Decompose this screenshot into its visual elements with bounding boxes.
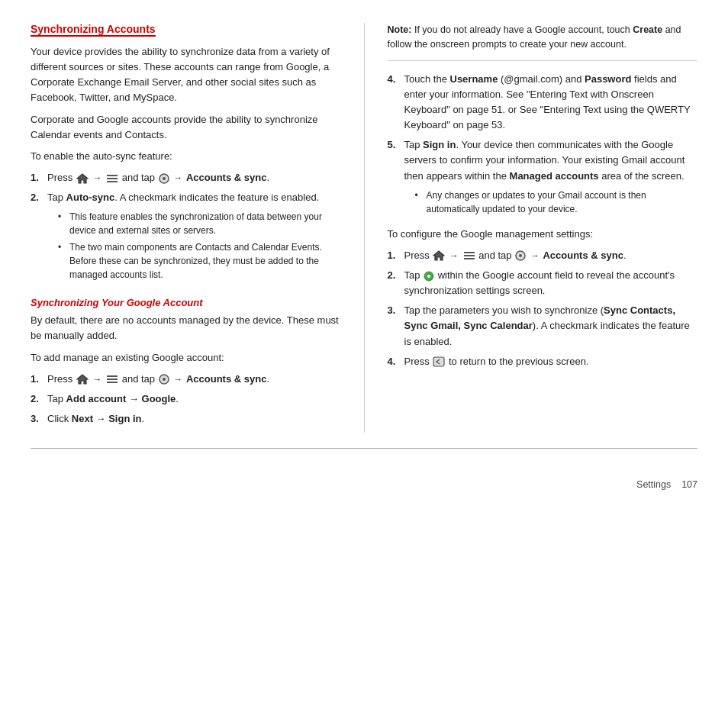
configure-steps-list: 1. Press → [388,248,698,369]
arrow-2: → [173,172,182,183]
accounts-sync-bold: Accounts & sync [186,172,266,183]
home-icon [76,173,89,184]
auto-sync-step-2: 2. Tap Auto-sync. A checkmark indicates … [31,190,341,286]
svg-rect-2 [107,181,118,182]
step5-bullet: Any changes or updates to your Gmail acc… [415,188,698,216]
back-icon [433,356,445,367]
page-footer: Settings 107 [31,479,697,490]
circle-icon-3 [515,250,526,261]
step-num: 3. [388,303,400,349]
sub-section-title: Synchronizing Your Google Account [31,297,341,308]
svg-rect-12 [464,258,475,259]
menu-icon-2 [106,374,118,385]
google-step-3-content: Click Next → Sign in. [47,411,144,427]
right-steps-list: 4. Touch the Username (@gmail.com) and P… [388,72,698,221]
svg-rect-7 [107,382,118,383]
step-num: 2. [31,391,43,407]
auto-sync-bold: Auto-sync [66,192,115,203]
auto-sync-intro: To enable the auto-sync feature: [31,149,341,164]
menu-icon-3 [463,250,475,261]
home-icon-3 [433,250,445,261]
next-signin-bold: Next → Sign in [72,413,142,424]
right-step-4-content: Touch the Username (@gmail.com) and Pass… [404,72,698,134]
sub-intro-p1: By default, there are no accounts manage… [31,313,341,343]
auto-sync-step-1: 1. Press → [31,170,341,185]
configure-step-1: 1. Press → [388,248,698,263]
accounts-sync-bold-3: Accounts & sync [543,250,623,261]
svg-point-16 [427,275,430,278]
configure-step-3-content: Tap the parameters you wish to synchroni… [404,303,698,349]
right-step-5-content: Tap Sign in. Your device then communicat… [404,137,698,220]
svg-rect-6 [107,378,118,380]
step-num: 3. [31,411,43,427]
step-num: 4. [388,72,400,134]
svg-point-9 [163,378,166,381]
configure-step-2: 2. Tap within the Google account field t… [388,268,698,298]
page-layout: Synchronizing Accounts Your device provi… [31,23,697,433]
svg-rect-0 [107,175,118,176]
green-circle-icon [424,271,434,282]
svg-point-4 [163,177,166,180]
auto-sync-bullets: This feature enables the synchronization… [58,210,341,282]
circle-icon [159,173,169,184]
add-account-bold: Add account → Google [66,393,176,404]
menu-icon [106,173,118,184]
configure-step-4-content: Press to return to the previous screen. [404,354,589,369]
configure-step-2-content: Tap within the Google account field to r… [404,268,698,298]
step-num: 1. [31,372,43,387]
username-bold: Username [450,73,498,85]
arrow-1: → [92,172,101,183]
svg-rect-11 [464,255,475,256]
intro-p1: Your device provides the ability to sync… [31,44,341,106]
google-step-3: 3. Click Next → Sign in. [31,411,341,427]
configure-intro: To configure the Google management setti… [388,227,698,242]
svg-rect-5 [107,375,118,377]
footer-divider [31,448,697,449]
google-step-1: 1. Press → [31,372,341,387]
note-label: Note: [388,24,412,35]
auto-sync-list: 1. Press → [31,170,341,286]
right-column: Note: If you do not already have a Googl… [364,23,698,433]
note-text: If you do not already have a Google acco… [411,24,633,35]
arrow-3: → [92,374,101,385]
google-step-1-content: Press → and tap [47,372,269,387]
sub-intro-p2: To add manage an existing Google account… [31,350,341,366]
password-bold: Password [585,73,631,85]
step-num: 1. [388,248,400,263]
footer-text: Settings [636,479,671,490]
accounts-sync-bold-2: Accounts & sync [186,373,266,385]
bullet-2: The two main components are Contacts and… [58,240,341,282]
step-num: 2. [31,190,43,286]
sync-params-bold: Sync Contacts, Sync Gmail, Sync Calendar [404,304,676,331]
arrow-5: → [449,250,459,261]
step-num: 4. [388,354,400,369]
google-step-2-content: Tap Add account → Google. [47,391,179,407]
note-bold: Create [633,24,662,35]
arrow-6: → [530,250,540,261]
step-num: 2. [388,268,400,298]
section-title: Synchronizing Accounts [31,23,156,37]
step-num: 5. [388,137,400,220]
bullet-1: This feature enables the synchronization… [58,210,341,237]
right-step-4: 4. Touch the Username (@gmail.com) and P… [388,72,698,134]
sign-in-bold: Sign in [423,139,456,150]
step-2-content: Tap Auto-sync. A checkmark indicates the… [47,190,341,286]
svg-rect-1 [107,178,118,179]
configure-step-4: 4. Press to return to the previous scree… [388,354,698,369]
configure-step-1-content: Press → and tap [404,248,627,263]
svg-point-14 [519,254,522,257]
svg-rect-17 [433,357,444,366]
managed-accounts-bold: Managed accounts [510,170,599,182]
intro-p2: Corporate and Google accounts provide th… [31,112,341,143]
configure-step-3: 3. Tap the parameters you wish to synchr… [388,303,698,349]
right-step-5: 5. Tap Sign in. Your device then communi… [388,137,698,220]
arrow-4: → [173,374,182,385]
left-column: Synchronizing Accounts Your device provi… [31,23,341,433]
circle-icon-2 [159,374,169,385]
footer-page: 107 [681,479,697,490]
note-box: Note: If you do not already have a Googl… [388,23,698,61]
svg-rect-10 [464,252,475,253]
step-1-content: Press → and tap [47,170,269,185]
google-step-2: 2. Tap Add account → Google. [31,391,341,407]
step-num: 1. [31,170,43,185]
